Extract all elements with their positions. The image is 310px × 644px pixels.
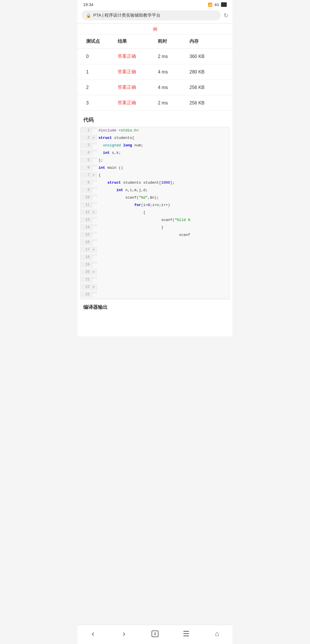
cell-result: 答案正确: [112, 64, 152, 80]
table-row: 1 答案正确 4 ms 280 KB: [78, 64, 232, 80]
line-number: 12: [81, 209, 92, 216]
line-number: 21: [81, 276, 92, 283]
code-block[interactable]: 1#include <stdio.h>2▾struct students{3 u…: [80, 127, 230, 299]
code-line: 7▾{: [81, 172, 229, 179]
time-display: 19:34: [83, 2, 93, 7]
code-line: 9 int n,i,m,j,d;: [81, 187, 229, 194]
cell-result: 答案正确: [112, 49, 152, 64]
code-line: 6int main (): [81, 164, 229, 172]
cell-memory: 360 KB: [184, 49, 232, 64]
line-marker: ▾: [92, 269, 97, 275]
line-marker: [92, 127, 97, 129]
code-line: 15 scanf: [81, 232, 229, 239]
col-header-time: 耗时: [152, 34, 184, 49]
line-marker: ▾: [92, 209, 97, 215]
line-code: [97, 276, 229, 279]
line-number: 16: [81, 239, 92, 245]
line-code: [97, 239, 229, 241]
table-row: 2 答案正确 4 ms 256 KB: [78, 80, 232, 95]
line-number: 23: [81, 291, 92, 298]
status-right: 📶 4G 29: [208, 2, 227, 7]
code-line: 20▾: [81, 269, 229, 276]
code-line: 4 int s,k;: [81, 150, 229, 157]
code-line: 21: [81, 276, 229, 284]
url-container[interactable]: 🔒 PTA | 程序设计类实验辅助教学平台: [82, 10, 221, 20]
line-marker: [92, 164, 97, 167]
line-number: 17: [81, 247, 92, 253]
table-header-row: 测试点 结果 耗时 内存: [78, 34, 232, 49]
line-marker: [92, 202, 97, 204]
code-line: 1#include <stdio.h>: [81, 127, 229, 135]
line-marker: ▾: [92, 284, 97, 290]
line-marker: [92, 232, 97, 234]
cell-id: 0: [78, 49, 112, 64]
line-marker: ▾: [92, 172, 97, 178]
line-marker: [92, 194, 97, 197]
code-line: 16: [81, 239, 229, 247]
line-code: [97, 254, 229, 256]
line-code: [97, 261, 229, 264]
network-type: 4G: [214, 3, 219, 7]
line-code: int n,i,m,j,d;: [97, 187, 229, 193]
line-code: int main (): [97, 164, 229, 171]
col-header-result: 结果: [112, 34, 152, 49]
code-line: 11 for(i=0;i<n;i++): [81, 202, 229, 209]
line-code: [97, 269, 229, 271]
cell-id: 3: [78, 95, 112, 111]
code-line: 19: [81, 261, 229, 269]
cell-time: 4 ms: [152, 64, 184, 80]
code-line: 13 scanf("%lld %: [81, 217, 229, 224]
code-line: 17▾: [81, 247, 229, 254]
line-number: 19: [81, 261, 92, 268]
line-marker: [92, 150, 97, 152]
address-bar: 🔒 PTA | 程序设计类实验辅助教学平台 ↻: [78, 8, 232, 24]
col-header-testpoint: 测试点: [78, 34, 112, 49]
reload-button[interactable]: ↻: [224, 12, 228, 19]
cell-time: 4 ms: [152, 80, 184, 95]
line-number: 14: [81, 224, 92, 230]
signal-icon: 📶: [208, 3, 212, 7]
col-header-memory: 内存: [184, 34, 232, 49]
cell-result: 答案正确: [112, 95, 152, 111]
line-code: scanf("%lld %: [97, 217, 229, 223]
line-code: scanf("%d",&n);: [97, 194, 229, 201]
line-number: 13: [81, 217, 92, 223]
url-text: PTA | 程序设计类实验辅助教学平台: [93, 13, 160, 18]
line-code: };: [97, 157, 229, 164]
line-code: struct students student[1000];: [97, 179, 229, 186]
cell-id: 1: [78, 64, 112, 80]
line-code: {: [97, 209, 229, 216]
cell-result: 答案正确: [112, 80, 152, 95]
code-line: 18: [81, 254, 229, 261]
code-line: 3 unsigned long num;: [81, 142, 229, 150]
compiler-section-title: 编译器输出: [78, 299, 232, 316]
line-number: 4: [81, 150, 92, 156]
line-marker: [92, 276, 97, 279]
line-code: }: [97, 224, 229, 231]
line-number: 8: [81, 179, 92, 186]
line-marker: ▾: [92, 135, 97, 141]
line-number: 11: [81, 202, 92, 208]
line-number: 15: [81, 232, 92, 238]
top-label: 俐: [78, 24, 232, 34]
line-marker: ▾: [92, 247, 97, 253]
line-marker: [92, 239, 97, 241]
line-code: scanf: [97, 232, 229, 238]
cell-time: 2 ms: [152, 95, 184, 111]
code-line: 14 }: [81, 224, 229, 232]
line-code: [97, 284, 229, 286]
line-number: 2: [81, 135, 92, 141]
line-number: 9: [81, 187, 92, 193]
line-marker: [92, 261, 97, 264]
status-bar: 19:34 📶 4G 29: [78, 0, 232, 8]
line-marker: [92, 217, 97, 219]
cell-memory: 256 KB: [184, 95, 232, 111]
line-code: for(i=0;i<n;i++): [97, 202, 229, 208]
results-table: 测试点 结果 耗时 内存 0 答案正确 2 ms 360 KB 1 答案正确 4…: [78, 34, 232, 111]
table-row: 3 答案正确 2 ms 256 KB: [78, 95, 232, 111]
code-line: 12▾ {: [81, 209, 229, 217]
cell-time: 2 ms: [152, 49, 184, 64]
line-number: 22: [81, 284, 92, 290]
cell-id: 2: [78, 80, 112, 95]
table-row: 0 答案正确 2 ms 360 KB: [78, 49, 232, 64]
